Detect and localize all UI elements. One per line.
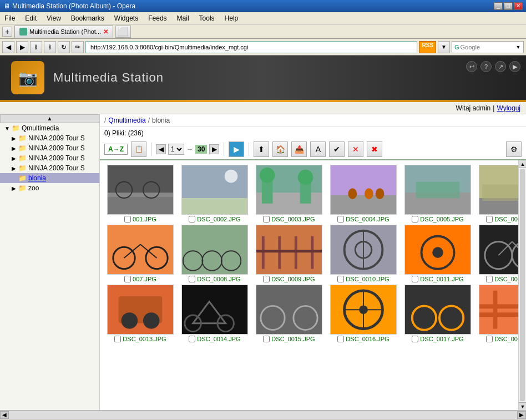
address-bar[interactable] [85, 41, 417, 53]
menu-file[interactable]: File [2, 13, 17, 23]
photo-scroll-area[interactable]: 001.JPG DSC_0002.JPG DSC_0003.JPG DSC_00… [100, 160, 518, 410]
photo-checkbox[interactable] [189, 216, 195, 222]
photo-item[interactable]: DSC_0009.JPG [253, 225, 325, 282]
reload-button[interactable]: ↻ [58, 41, 70, 53]
photo-thumbnail[interactable] [181, 225, 248, 275]
scroll-right-btn[interactable]: ▶ [517, 411, 526, 419]
page-select[interactable]: 1 [168, 144, 184, 155]
menu-edit[interactable]: Edit [23, 13, 39, 23]
photo-checkbox[interactable] [412, 336, 418, 342]
close-button[interactable]: ✕ [514, 2, 523, 10]
scroll-up-arrow[interactable]: ▲ [519, 160, 526, 168]
scroll-left-btn[interactable]: ◀ [0, 411, 9, 419]
back2-button[interactable]: ⟪ [30, 41, 42, 53]
photo-checkbox[interactable] [337, 336, 344, 342]
photo-item[interactable]: DSC_0003.JPG [253, 165, 325, 222]
content-scrollbar[interactable]: ▲ ▼ [518, 160, 526, 410]
photo-checkbox[interactable] [412, 276, 418, 282]
photo-checkbox[interactable] [486, 216, 493, 222]
delete2-button[interactable]: ✖ [367, 141, 382, 157]
photo-item[interactable]: DSC_0008.JPG [179, 225, 251, 282]
home-button[interactable]: 🏠 [272, 141, 288, 157]
photo-thumbnail[interactable] [181, 165, 248, 215]
photo-checkbox[interactable] [114, 336, 121, 342]
photo-item[interactable]: DSC_0016.JPG [327, 285, 399, 342]
copy-button[interactable]: 📋 [131, 141, 146, 157]
photo-item[interactable]: DSC_0006.JPG [476, 165, 518, 222]
sidebar-item-ninja3[interactable]: ▶ 📁 NINJA 2009 Tour S [0, 153, 99, 163]
photo-thumbnail[interactable] [256, 165, 322, 215]
settings-button[interactable]: ⚙ [506, 141, 522, 157]
forward2-button[interactable]: ⟫ [44, 41, 56, 53]
photo-thumbnail[interactable] [330, 165, 397, 215]
horizontal-scrollbar[interactable]: ◀ ▶ [0, 410, 526, 419]
back-button[interactable]: ◀ [2, 41, 14, 53]
photo-item[interactable]: DSC_0005.JPG [402, 165, 474, 222]
photo-item[interactable]: DSC_0011.JPG [402, 225, 474, 282]
photo-thumbnail[interactable] [479, 225, 518, 275]
new-tab-button[interactable]: + [2, 27, 12, 37]
photo-thumbnail[interactable] [330, 285, 397, 335]
photo-checkbox[interactable] [124, 276, 131, 282]
photo-item[interactable]: DSC_0013.JPG [104, 285, 176, 342]
photo-item[interactable]: DSC_0002.JPG [179, 165, 251, 222]
photo-item[interactable]: DSC_0018.JPG [476, 285, 518, 342]
rename-button[interactable]: A [310, 141, 326, 157]
photo-thumbnail[interactable] [330, 225, 397, 275]
logout-link[interactable]: Wyloguj [497, 104, 520, 112]
photo-checkbox[interactable] [337, 216, 344, 222]
menu-view[interactable]: View [44, 13, 63, 23]
photo-item[interactable]: DSC_0012.JPG [476, 225, 518, 282]
photo-item[interactable]: DSC_0017.JPG [402, 285, 474, 342]
sidebar-item-ninja1[interactable]: ▶ 📁 NINJA 2009 Tour S [0, 133, 99, 143]
photo-checkbox[interactable] [189, 336, 195, 342]
photo-thumbnail[interactable] [404, 225, 471, 275]
photo-thumbnail[interactable] [479, 165, 518, 215]
photo-checkbox[interactable] [263, 276, 270, 282]
photo-checkbox[interactable] [124, 216, 131, 222]
photo-checkbox[interactable] [412, 216, 418, 222]
sidebar-item-blonia[interactable]: 📁 blonia [0, 173, 99, 183]
menu-widgets[interactable]: Widgets [112, 13, 140, 23]
photo-item[interactable]: DSC_0014.JPG [179, 285, 251, 342]
menu-feeds[interactable]: Feeds [146, 13, 169, 23]
photo-item[interactable]: 001.JPG [104, 165, 176, 222]
prev-page-button[interactable]: ◀ [156, 144, 166, 154]
photo-thumbnail[interactable] [256, 225, 322, 275]
header-icon-2[interactable]: ? [481, 61, 492, 72]
photo-item[interactable]: DSC_0010.JPG [327, 225, 399, 282]
photo-item[interactable]: DSC_0004.JPG [327, 165, 399, 222]
search-dropdown-icon[interactable]: ▼ [516, 44, 521, 50]
edit-button[interactable]: ✏ [72, 41, 84, 53]
breadcrumb-root-link[interactable]: Qmultimedia [108, 117, 145, 124]
next-page-button[interactable]: ▶ [209, 144, 219, 154]
sort-az-button[interactable]: A→Z [104, 144, 128, 155]
sidebar-item-zoo[interactable]: ▶ 📁 zoo [0, 183, 99, 193]
photo-thumbnail[interactable] [479, 285, 518, 335]
photo-item[interactable]: 007.JPG [104, 225, 176, 282]
sidebar-item-qmultimedia[interactable]: ▼ 📁 Qmultimedia [0, 123, 99, 133]
search-box[interactable]: G ▼ [452, 41, 524, 53]
delete-button[interactable]: ✕ [348, 141, 363, 157]
search-input[interactable] [461, 44, 516, 50]
sidebar-item-ninja2[interactable]: ▶ 📁 NINJA 2009 Tour S [0, 143, 99, 153]
forward-button[interactable]: ▶ [16, 41, 28, 53]
maximize-button[interactable]: □ [504, 2, 513, 10]
browser-tab[interactable]: Multimedia Station (Phot... ✕ [14, 26, 113, 38]
tab-close-button[interactable]: ✕ [103, 28, 108, 36]
photo-checkbox[interactable] [486, 276, 493, 282]
header-icon-3[interactable]: ↗ [495, 61, 506, 72]
menu-bookmarks[interactable]: Bookmarks [69, 13, 107, 23]
photo-thumbnail[interactable] [256, 285, 322, 335]
scroll-track[interactable] [10, 412, 516, 418]
rss-dropdown[interactable]: ▼ [438, 41, 450, 53]
menu-mail[interactable]: Mail [175, 13, 191, 23]
play-button[interactable]: ▶ [229, 141, 244, 157]
photo-thumbnail[interactable] [107, 165, 174, 215]
menu-tools[interactable]: Tools [197, 13, 217, 23]
header-icon-4[interactable]: ▶ [509, 61, 520, 72]
blank-tab[interactable]: ⬜ [115, 26, 131, 38]
photo-item[interactable]: DSC_0015.JPG [253, 285, 325, 342]
rss-button[interactable]: RSS [419, 41, 436, 53]
share-button[interactable]: 📤 [291, 141, 307, 157]
